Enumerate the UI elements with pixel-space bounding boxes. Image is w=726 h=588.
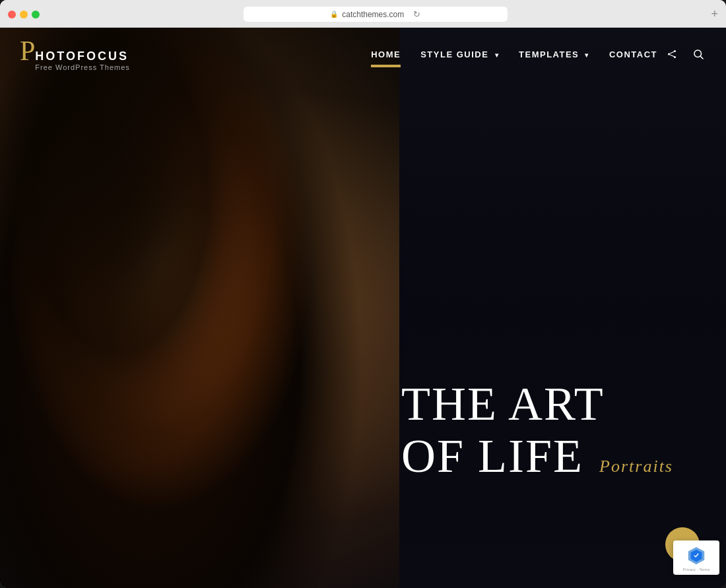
dark-background-right: [399, 28, 726, 588]
lock-icon: 🔒: [330, 11, 338, 18]
refresh-icon[interactable]: ↻: [413, 9, 420, 19]
maximize-button[interactable]: [32, 11, 40, 18]
hair-overlay: [0, 28, 399, 588]
website-content: P HOTOFOCUS Free WordPress Themes HOME S…: [0, 28, 726, 588]
new-tab-button[interactable]: +: [711, 7, 718, 21]
site-logo[interactable]: P HOTOFOCUS Free WordPress Themes: [20, 37, 130, 71]
hero-title: THE ART OF LIFE Portraits: [401, 378, 673, 482]
nav-item-contact[interactable]: CONTACT: [609, 44, 657, 65]
traffic-lights: [8, 11, 40, 18]
svg-line-4: [670, 55, 675, 57]
svg-point-5: [694, 50, 702, 57]
url-text: catchthemes.com: [342, 10, 404, 19]
browser-chrome: 🔒 catchthemes.com ↻ +: [0, 0, 726, 28]
chevron-down-icon: ▾: [585, 51, 589, 59]
browser-window: 🔒 catchthemes.com ↻ + P HOTOFOCUS Free W…: [0, 0, 726, 588]
logo-brand: HOTOFOCUS: [35, 49, 129, 63]
nav-links: HOME STYLE GUIDE ▾ TEMPLATES ▾ CONTACT: [371, 44, 657, 65]
share-icon[interactable]: [664, 46, 680, 62]
recaptcha-badge: Privacy - Terms: [673, 540, 719, 575]
svg-line-3: [670, 51, 675, 53]
address-bar[interactable]: 🔒 catchthemes.com ↻: [244, 7, 508, 22]
search-icon[interactable]: [690, 46, 706, 62]
minimize-button[interactable]: [20, 11, 28, 18]
active-indicator: [371, 66, 401, 67]
logo-p-letter: P: [20, 37, 35, 65]
nav-item-templates[interactable]: TEMPLATES ▾: [519, 44, 589, 65]
hero-subtitle: Portraits: [599, 457, 673, 476]
nav-item-style-guide[interactable]: STYLE GUIDE ▾: [420, 44, 499, 65]
nav-item-home[interactable]: HOME: [371, 44, 401, 65]
navbar: P HOTOFOCUS Free WordPress Themes HOME S…: [0, 28, 726, 81]
logo-tagline: Free WordPress Themes: [35, 63, 129, 71]
recaptcha-logo: [686, 546, 706, 566]
nav-icons: [664, 46, 706, 62]
chevron-down-icon: ▾: [495, 51, 500, 59]
logo-text-block: HOTOFOCUS Free WordPress Themes: [35, 49, 129, 71]
close-button[interactable]: [8, 11, 16, 18]
svg-line-6: [700, 56, 703, 59]
recaptcha-text: Privacy - Terms: [678, 567, 714, 572]
hero-content: THE ART OF LIFE Portraits: [401, 378, 673, 482]
